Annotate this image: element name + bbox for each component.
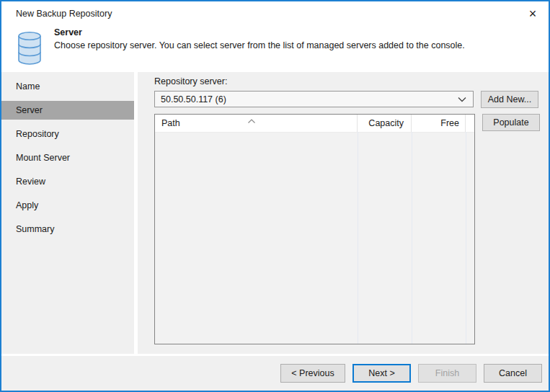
column-header-capacity[interactable]: Capacity xyxy=(358,115,412,132)
sidebar-item-label: Name xyxy=(16,81,40,92)
column-divider xyxy=(412,132,412,344)
header-text: Server Choose repository server. You can… xyxy=(54,26,465,72)
column-label: Free xyxy=(440,118,459,128)
wizard-steps-sidebar: Name Server Repository Mount Server Revi… xyxy=(1,72,138,354)
paths-table[interactable]: Path Capacity Free xyxy=(154,114,475,344)
wizard-header: Server Choose repository server. You can… xyxy=(1,26,549,72)
column-header-path[interactable]: Path xyxy=(155,115,358,132)
wizard-footer: < Previous Next > Finish Cancel xyxy=(1,354,549,391)
column-header-spacer xyxy=(466,115,474,132)
close-icon: × xyxy=(529,7,537,20)
next-button[interactable]: Next > xyxy=(352,364,411,383)
sidebar-item-label: Summary xyxy=(16,224,54,234)
sidebar-item-label: Server xyxy=(16,105,43,115)
title-bar: New Backup Repository × xyxy=(1,1,549,26)
repository-server-label: Repository server: xyxy=(154,76,540,86)
step-content: Repository server: 50.50.50.117 (6) Add … xyxy=(138,72,550,354)
sidebar-item-label: Apply xyxy=(16,200,38,210)
paths-table-header: Path Capacity Free xyxy=(155,115,474,133)
wizard-body: Name Server Repository Mount Server Revi… xyxy=(1,72,549,354)
chevron-down-icon xyxy=(458,94,466,104)
step-description: Choose repository server. You can select… xyxy=(54,40,465,50)
add-new-button[interactable]: Add New... xyxy=(481,91,538,108)
sidebar-item-name[interactable]: Name xyxy=(1,77,134,96)
cancel-button[interactable]: Cancel xyxy=(484,364,542,383)
window-title: New Backup Repository xyxy=(16,9,525,19)
close-button[interactable]: × xyxy=(525,6,541,22)
sidebar-item-summary[interactable]: Summary xyxy=(1,220,134,239)
database-icon xyxy=(17,31,42,72)
new-backup-repository-dialog: New Backup Repository × Server Choose re… xyxy=(0,0,550,392)
sidebar-item-repository[interactable]: Repository xyxy=(1,125,134,143)
column-header-free[interactable]: Free xyxy=(412,115,466,132)
sidebar-item-label: Review xyxy=(16,177,45,187)
finish-button[interactable]: Finish xyxy=(418,364,476,383)
sidebar-item-server[interactable]: Server xyxy=(1,101,134,120)
previous-button[interactable]: < Previous xyxy=(280,364,345,383)
column-divider xyxy=(466,132,466,344)
repository-server-value: 50.50.50.117 (6) xyxy=(161,94,226,104)
column-label: Path xyxy=(161,118,180,128)
repository-server-select[interactable]: 50.50.50.117 (6) xyxy=(154,91,474,107)
sidebar-item-review[interactable]: Review xyxy=(1,172,134,191)
column-divider xyxy=(358,132,358,344)
sidebar-item-apply[interactable]: Apply xyxy=(1,196,134,215)
sidebar-item-label: Mount Server xyxy=(16,153,70,163)
sidebar-item-label: Repository xyxy=(16,129,59,139)
column-label: Capacity xyxy=(368,118,404,128)
populate-button[interactable]: Populate xyxy=(482,114,540,131)
step-title: Server xyxy=(54,27,465,37)
sidebar-item-mount-server[interactable]: Mount Server xyxy=(1,148,134,167)
sort-ascending-icon xyxy=(247,116,256,126)
